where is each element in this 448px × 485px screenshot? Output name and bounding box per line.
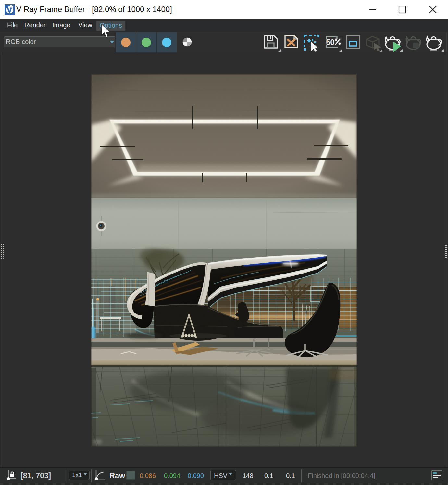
svg-text:50: 50 bbox=[326, 38, 335, 46]
